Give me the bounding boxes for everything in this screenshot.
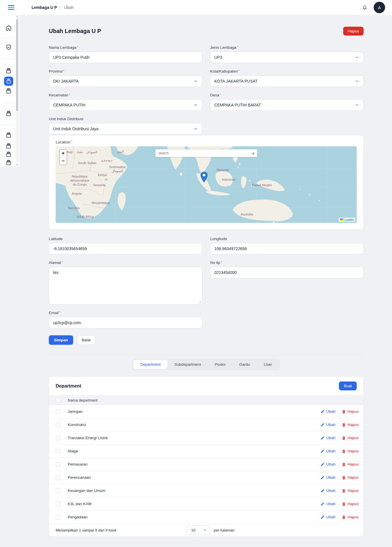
sidebar-item-7 archive-icon[interactable]	[5, 143, 12, 149]
table-row: PemasaranUbahHapus	[49, 458, 363, 471]
department-name: K3L dan KAM	[68, 502, 92, 506]
delete-label: Hapus	[348, 488, 359, 493]
sidebar-item-0 home-icon[interactable]	[5, 24, 12, 31]
field-label-provinsi: Provinsi	[49, 69, 63, 73]
delete-row-button[interactable]: Hapus	[342, 502, 359, 506]
notifications-bell-icon[interactable]	[362, 4, 368, 11]
field-label-longitude: Longitude	[210, 237, 227, 241]
zoom-out-button[interactable]: −	[60, 157, 67, 165]
row-checkbox[interactable]	[56, 488, 60, 493]
latitude-input[interactable]	[49, 243, 202, 254]
scroll-up-icon[interactable]: ▲	[16, 16, 18, 17]
row-checkbox[interactable]	[56, 423, 60, 427]
search-clear-icon[interactable]: x	[249, 151, 257, 155]
alamat-textarea[interactable]: tes	[49, 267, 202, 305]
sidebar-scrollbar[interactable]: ▲ ▼	[16, 15, 19, 166]
sidebar-item-4 archive-icon[interactable]	[5, 87, 12, 94]
no-tlp-input[interactable]	[210, 267, 364, 278]
sidebar-item-5 archive-icon[interactable]	[5, 110, 12, 117]
leaflet-attribution-link[interactable]: Leaflet	[344, 218, 354, 221]
delete-row-button[interactable]: Hapus	[342, 488, 359, 493]
edit-label: Ubah	[326, 449, 335, 453]
kota-select[interactable]: KOTA JAKARTA PUSAT	[210, 75, 364, 87]
delete-lembaga-button[interactable]: Hapus	[343, 27, 364, 36]
edit-row-button[interactable]: Ubah	[321, 488, 335, 493]
row-checkbox[interactable]	[56, 449, 60, 453]
row-checkbox[interactable]	[56, 409, 60, 414]
kecamatan-value: CEMPAKA PUTIH	[53, 103, 86, 107]
tab-posko[interactable]: Posko	[208, 360, 232, 369]
department-name: Keuangan dan Umum	[68, 488, 105, 493]
zoom-in-button[interactable]: +	[60, 150, 67, 157]
map-search-input[interactable]	[156, 151, 250, 155]
row-checkbox[interactable]	[56, 475, 60, 480]
page-size-select[interactable]: 10	[187, 525, 210, 535]
map-place-label: South Sudan	[78, 161, 96, 165]
map-marker-icon[interactable]	[201, 172, 208, 182]
row-checkbox[interactable]	[56, 515, 60, 519]
row-checkbox[interactable]	[56, 462, 60, 467]
delete-label: Hapus	[348, 409, 359, 414]
table-row: Transaksi Energi ListrikUbahHapus	[49, 431, 363, 445]
select-all-checkbox[interactable]	[56, 398, 60, 402]
sidebar-item-8 archive-icon[interactable]	[5, 151, 12, 158]
delete-row-button[interactable]: Hapus	[342, 449, 359, 453]
tab-subdepartment[interactable]: Subdepartment	[168, 360, 208, 369]
delete-row-button[interactable]: Hapus	[342, 475, 359, 480]
nama-lembaga-input[interactable]	[49, 52, 202, 63]
sidebar-item-6 archive-icon[interactable]	[5, 132, 12, 139]
column-header-nama-department: Nama department	[68, 398, 98, 402]
tab-gardu[interactable]: Gardu	[232, 360, 257, 369]
save-button[interactable]: Simpan	[49, 335, 73, 345]
map-place-label: ኢትዮጵያ	[101, 159, 112, 163]
sidebar-item-2 archive-icon[interactable]	[5, 67, 12, 74]
sidebar-item-3 archive-icon[interactable]	[4, 77, 13, 86]
kecamatan-select[interactable]: CEMPAKA PUTIH	[49, 99, 202, 111]
email-input[interactable]	[49, 317, 202, 328]
scroll-down-icon[interactable]: ▼	[16, 164, 18, 166]
row-checkbox[interactable]	[56, 436, 60, 440]
delete-row-button[interactable]: Hapus	[342, 515, 359, 519]
map-place-label: Tanzania	[93, 183, 106, 187]
sidebar-item-1 shield-check-icon[interactable]	[5, 44, 12, 51]
edit-label: Ubah	[326, 502, 335, 506]
field-label-desa: Desa	[210, 93, 219, 97]
edit-row-button[interactable]: Ubah	[321, 475, 335, 480]
edit-row-button[interactable]: Ubah	[321, 462, 335, 466]
edit-row-button[interactable]: Ubah	[321, 502, 335, 506]
jenis-lembaga-select[interactable]: UP3	[210, 52, 364, 63]
map-place-label: South Africa	[77, 215, 94, 219]
department-name: Transaksi Energi Listrik	[68, 436, 108, 440]
edit-row-button[interactable]: Ubah	[321, 409, 335, 414]
edit-row-button[interactable]: Ubah	[321, 423, 335, 427]
desa-select[interactable]: CEMPAKA PUTIH BARAT	[210, 99, 364, 111]
tab-department[interactable]: Department	[133, 360, 168, 369]
map-place-label: Australia	[241, 213, 253, 217]
avatar[interactable]: A	[374, 2, 385, 13]
breadcrumb-root[interactable]: Lembaga U P	[32, 5, 57, 10]
delete-row-button[interactable]: Hapus	[342, 423, 359, 427]
create-department-button[interactable]: Buat	[339, 381, 357, 390]
edit-row-button[interactable]: Ubah	[321, 449, 335, 453]
edit-row-button[interactable]: Ubah	[321, 515, 335, 519]
delete-label: Hapus	[348, 462, 359, 466]
field-label-kecamatan: Kecamatan	[49, 93, 68, 97]
department-title: Department	[56, 384, 81, 389]
longitude-input[interactable]	[210, 243, 364, 254]
unit-induk-select[interactable]: Unit Induk Distribusi Jaya	[49, 123, 202, 135]
edit-row-button[interactable]: Ubah	[321, 436, 335, 440]
sidebar-item-9 archive-icon[interactable]	[5, 159, 12, 166]
delete-row-button[interactable]: Hapus	[342, 409, 359, 414]
edit-label: Ubah	[326, 475, 335, 480]
map-place-label: تشاد	[77, 150, 83, 154]
breadcrumb-current: Ubah	[64, 5, 73, 10]
delete-row-button[interactable]: Hapus	[342, 462, 359, 466]
delete-row-button[interactable]: Hapus	[342, 436, 359, 440]
row-checkbox[interactable]	[56, 502, 60, 506]
location-map[interactable]: TchadتشادالسوداناليمنSouth SudanኢትዮጵያSoo…	[56, 146, 357, 223]
cancel-button[interactable]: Batal	[77, 335, 95, 345]
scrollbar-thumb[interactable]	[16, 19, 18, 111]
menu-toggle-icon[interactable]	[8, 5, 14, 10]
tab-user[interactable]: User	[257, 360, 279, 369]
provinsi-select[interactable]: DKI JAKARTA	[49, 75, 202, 87]
